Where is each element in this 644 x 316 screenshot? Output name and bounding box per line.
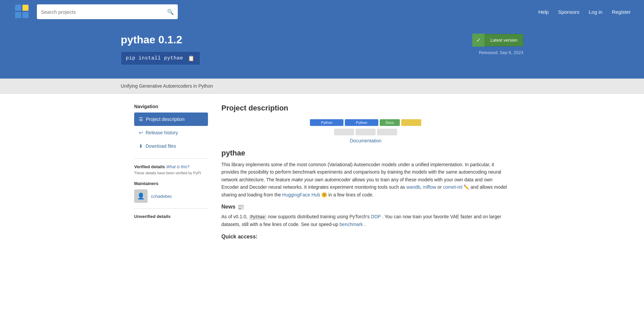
desc-italic: make your own autoencoder [291, 177, 351, 182]
avatar-placeholder: 👤 [137, 192, 145, 200]
badges-row-1: Python Python Docs [221, 119, 510, 126]
lines-icon: ☰ [139, 117, 143, 122]
or-text: or [437, 184, 443, 190]
search-icon: 🔍 [167, 9, 174, 15]
header-left: 🔍 [13, 3, 178, 21]
link-huggingface[interactable]: HuggingFace Hub [282, 192, 320, 197]
pip-copy-button[interactable]: 📋 [187, 54, 195, 62]
header: 🔍 Help Sponsors Log in Register [0, 0, 644, 24]
badge-extra-4 [377, 129, 397, 135]
badge-extra-3 [356, 129, 376, 135]
link-comet[interactable]: comet-ml [443, 184, 463, 190]
sidebar-divider-2 [134, 208, 208, 209]
project-description-text: This library implements some of the most… [221, 161, 510, 198]
nav-sponsors[interactable]: Sponsors [558, 9, 579, 15]
sidebar-item-download-files[interactable]: ⬇ Download files [134, 139, 208, 153]
svg-rect-2 [15, 12, 21, 18]
sub-header: Unifying Generative Autoencoders in Pyth… [0, 79, 644, 94]
news-text-4: . [364, 222, 366, 227]
badges-row-2 [221, 129, 510, 135]
sidebar-item-label-release-history: Release history [146, 130, 178, 135]
sidebar-item-project-description[interactable]: ☰ Project description [134, 112, 208, 126]
sidebar-item-release-history[interactable]: ↩ Release history [134, 126, 208, 139]
pip-install-box: pip install pythae 📋 [121, 51, 200, 65]
svg-rect-1 [22, 5, 29, 11]
header-nav: Help Sponsors Log in Register [538, 9, 631, 15]
project-description-panel: Project description Python Python Docs D… [221, 104, 510, 240]
sidebar: Navigation ☰ Project description ↩ Relea… [134, 104, 208, 240]
hero-right: ✓ Latest version Released: Sep 6, 2023 [472, 34, 523, 55]
badge-extra-2 [334, 129, 354, 135]
sidebar-item-label-project-desc: Project description [146, 117, 184, 122]
search-input[interactable] [41, 9, 167, 15]
avatar: 👤 [134, 189, 148, 203]
nav-login[interactable]: Log in [589, 9, 602, 15]
news-text: As of v0.1.0, Pythae now supports distri… [221, 213, 510, 228]
desc-text-4: in a few lines of code. [328, 192, 374, 197]
latest-version-button[interactable]: ✓ Latest version [472, 34, 523, 47]
package-tagline: Unifying Generative Autoencoders in Pyth… [121, 83, 523, 89]
news-icon: 📰 [237, 204, 244, 210]
badge-python-2: Python [345, 119, 378, 126]
verified-subtitle: These details have been verified by PyPI [134, 171, 208, 176]
logo[interactable] [13, 3, 30, 21]
sidebar-item-label-download-files: Download files [146, 143, 176, 149]
verified-details-title: Verified details [134, 164, 165, 169]
badge-extra [401, 119, 421, 126]
link-benchmark[interactable]: benchmark [340, 222, 363, 227]
news-text-1: As of v0.1.0, [221, 214, 248, 219]
verified-details-link[interactable]: What is this? [166, 165, 190, 169]
maintainer-name[interactable]: cchadebec [151, 194, 172, 199]
link-wandb[interactable]: wandb [407, 184, 420, 190]
package-title: pythae 0.1.2 [121, 34, 200, 46]
news-text-2: now supports distributed training using … [268, 214, 370, 219]
verified-details: Verified details What is this? These det… [134, 164, 208, 176]
maintainer-item: 👤 cchadebec [134, 189, 208, 203]
documentation-link[interactable]: Documentation [350, 138, 381, 143]
svg-rect-0 [15, 5, 21, 11]
maintainers-title: Maintainers [134, 181, 208, 186]
history-icon: ↩ [139, 130, 143, 135]
project-name-heading: pythae [221, 149, 510, 157]
hero: pythae 0.1.2 pip install pythae 📋 ✓ Late… [0, 24, 644, 79]
project-desc-heading: Project description [221, 104, 510, 112]
sidebar-nav-title: Navigation [134, 104, 208, 109]
badge-python-1: Python [310, 119, 343, 126]
sep1: , [420, 184, 423, 190]
badges-section: Python Python Docs Documentation [221, 119, 510, 143]
released-date: Released: Sep 6, 2023 [479, 50, 523, 55]
main-content: Navigation ☰ Project description ↩ Relea… [121, 94, 523, 250]
latest-version-label: Latest version [485, 34, 523, 46]
news-code: Pythae [249, 215, 267, 220]
unverified-title: Unverified details [134, 214, 208, 219]
badge-doc-status: Docs [380, 119, 400, 126]
nav-help[interactable]: Help [538, 9, 549, 15]
svg-rect-3 [22, 12, 29, 18]
pip-command: pip install pythae [126, 55, 183, 61]
link-mlflow[interactable]: mlflow [423, 184, 436, 190]
search-box: 🔍 [37, 4, 178, 19]
news-label: News [221, 204, 235, 210]
quick-access-heading: Quick access: [221, 234, 510, 240]
hug-emoji: 🤗 [321, 192, 327, 197]
news-heading: News 📰 [221, 204, 510, 210]
check-icon: ✓ [472, 34, 485, 47]
sidebar-divider [134, 158, 208, 159]
hero-left: pythae 0.1.2 pip install pythae 📋 [121, 34, 200, 65]
download-icon: ⬇ [139, 143, 143, 149]
link-ddp[interactable]: DDP [371, 214, 381, 219]
nav-register[interactable]: Register [612, 9, 631, 15]
